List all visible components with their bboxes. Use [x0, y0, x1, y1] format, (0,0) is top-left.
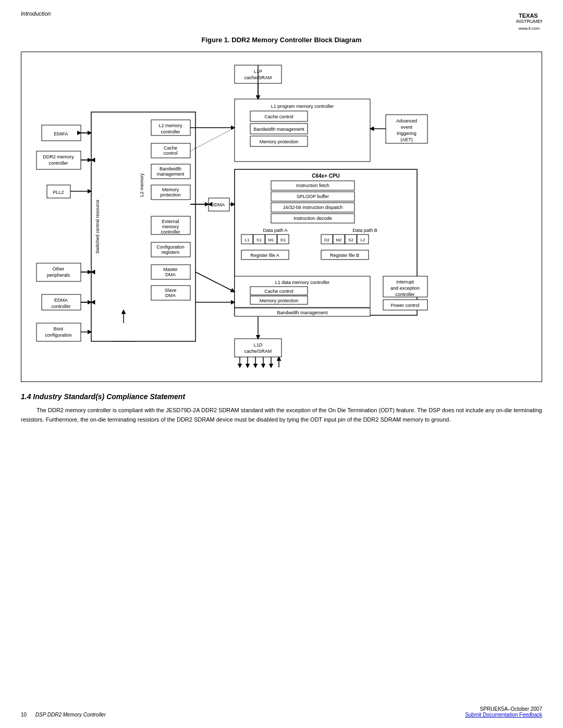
svg-text:and exception: and exception [390, 286, 420, 291]
svg-text:D2: D2 [324, 238, 330, 242]
svg-text:C64x+ CPU: C64x+ CPU [312, 173, 340, 179]
doc-name: DSP DDR2 Memory Controller [35, 712, 106, 718]
svg-text:Data path B: Data path B [352, 228, 377, 233]
section-body: The DDR2 memory controller is compliant … [21, 406, 542, 424]
svg-text:External: External [162, 219, 179, 224]
figure-title: Figure 1. DDR2 Memory Controller Block D… [21, 36, 542, 44]
svg-text:L2 memory: L2 memory [158, 123, 182, 128]
svg-text:Power control: Power control [390, 303, 419, 308]
svg-text:controller: controller [161, 229, 180, 235]
svg-text:DDR2 memory: DDR2 memory [43, 154, 74, 159]
svg-text:TEXAS: TEXAS [519, 13, 538, 19]
svg-text:L2 memory: L2 memory [139, 173, 144, 197]
ti-logo-icon: TEXAS INSTRUMENTS [516, 10, 542, 26]
svg-text:triggering: triggering [397, 131, 417, 136]
breadcrumb: Introduction [21, 10, 51, 17]
svg-text:cache/SRAM: cache/SRAM [244, 349, 272, 354]
svg-text:Memory protection: Memory protection [260, 298, 299, 303]
svg-text:Cache control: Cache control [264, 289, 293, 294]
svg-text:L1D: L1D [254, 342, 263, 348]
svg-text:M1: M1 [268, 238, 274, 242]
svg-text:Cache control: Cache control [264, 114, 293, 119]
svg-text:Instruction decode: Instruction decode [293, 216, 332, 221]
footer-left: 10 DSP DDR2 Memory Controller [21, 712, 106, 718]
svg-text:EMIFA: EMIFA [54, 131, 68, 137]
svg-text:SPLOOP buffer: SPLOOP buffer [297, 194, 329, 199]
svg-text:D1: D1 [280, 238, 286, 242]
svg-text:Data path A: Data path A [263, 228, 287, 233]
svg-text:memory: memory [162, 224, 179, 229]
svg-text:controller: controller [48, 161, 68, 166]
svg-text:EDMA: EDMA [54, 298, 68, 303]
svg-text:registers: registers [162, 250, 180, 255]
section-14: 1.4 Industry Standard(s) Compliance Stat… [21, 392, 542, 424]
svg-text:Interrupt: Interrupt [396, 279, 414, 285]
svg-text:L1 program memory controller: L1 program memory controller [271, 104, 334, 109]
svg-text:management: management [157, 171, 185, 177]
svg-text:L1: L1 [245, 238, 250, 242]
svg-text:Bandwidth: Bandwidth [160, 166, 181, 171]
svg-text:L1 data memory controller: L1 data memory controller [275, 280, 330, 285]
svg-text:Other: Other [53, 266, 65, 272]
block-diagram-svg: L1P cache/SRAM EMIFA DDR2 memory control… [29, 60, 534, 373]
section-heading: 1.4 Industry Standard(s) Compliance Stat… [21, 392, 542, 401]
svg-text:L2: L2 [361, 238, 365, 242]
svg-text:Configuration: Configuration [156, 244, 185, 250]
svg-text:Instruction fetch: Instruction fetch [296, 183, 329, 188]
svg-rect-114 [235, 339, 282, 357]
svg-text:event: event [401, 125, 413, 130]
svg-text:Advanced: Advanced [396, 118, 417, 124]
svg-text:Switched central resource: Switched central resource [95, 200, 100, 254]
doc-code: SPRUEK5A–October 2007 [465, 706, 542, 712]
svg-text:Register file B: Register file B [330, 253, 359, 258]
svg-text:IDMA: IDMA [213, 202, 225, 207]
feedback-link[interactable]: Submit Documentation Feedback [465, 712, 542, 718]
svg-text:Memory: Memory [162, 187, 179, 192]
svg-text:S2: S2 [348, 238, 353, 242]
svg-line-128 [190, 128, 235, 151]
svg-text:INSTRUMENTS: INSTRUMENTS [516, 19, 542, 24]
ti-logo: TEXAS INSTRUMENTS www.ti.com [516, 10, 542, 31]
svg-text:controller: controller [161, 129, 180, 134]
page-header: Introduction TEXAS INSTRUMENTS www.ti.co… [21, 10, 542, 31]
svg-line-142 [195, 272, 235, 292]
svg-text:(AET): (AET) [400, 137, 413, 142]
svg-text:16/32-bit instruction dispatch: 16/32-bit instruction dispatch [283, 205, 343, 210]
svg-text:DMA: DMA [165, 293, 176, 298]
svg-text:configuration: configuration [45, 332, 72, 338]
svg-text:DMA: DMA [165, 272, 176, 277]
svg-text:Bandwidth management: Bandwidth management [277, 310, 328, 315]
page-number: 10 [21, 712, 27, 718]
svg-text:Bandwidth management: Bandwidth management [253, 127, 304, 132]
page-footer: 10 DSP DDR2 Memory Controller SPRUEK5A–O… [21, 706, 542, 718]
svg-text:Cache: Cache [164, 145, 177, 151]
svg-text:Slave: Slave [165, 288, 177, 293]
svg-text:S1: S1 [256, 238, 262, 242]
svg-text:controller: controller [51, 304, 70, 309]
diagram-container: L1P cache/SRAM EMIFA DDR2 memory control… [21, 52, 542, 382]
svg-text:Master: Master [163, 267, 178, 272]
svg-text:protection: protection [160, 192, 181, 198]
svg-text:Register file A: Register file A [250, 253, 279, 258]
footer-right: SPRUEK5A–October 2007 Submit Documentati… [465, 706, 542, 718]
svg-text:PLL2: PLL2 [53, 190, 64, 195]
svg-text:Boot: Boot [54, 326, 64, 331]
svg-text:peripherals: peripherals [47, 273, 70, 278]
svg-text:M2: M2 [336, 238, 342, 242]
svg-text:controller: controller [395, 292, 414, 297]
logo-url: www.ti.com [519, 26, 540, 31]
svg-text:control: control [163, 151, 177, 156]
svg-text:Memory protection: Memory protection [260, 139, 299, 144]
